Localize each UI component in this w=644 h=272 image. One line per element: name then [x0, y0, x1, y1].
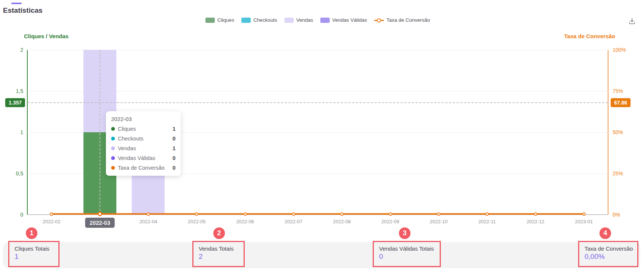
right-axis-tick: 25%: [613, 170, 623, 176]
tooltip-series-label: Cliques: [118, 126, 136, 132]
annotation-box-1 summary-card-cliques-totais: Cliques Totais1: [8, 241, 59, 267]
taxa-marker-2022-11[interactable]: [485, 212, 489, 216]
summary-panel: [3, 242, 640, 268]
card-label: Taxa de Conversão: [585, 245, 637, 252]
x-axis-tick-2022-09: 2022-09: [381, 219, 399, 224]
tooltip-title: 2022-03: [111, 116, 176, 122]
tooltip-series-value: 1: [173, 145, 176, 151]
taxa-marker-2022-03[interactable]: [98, 212, 102, 216]
axis-pointer-left-label: 1.357: [5, 98, 25, 107]
x-axis-tick-2022-04: 2022-04: [139, 219, 157, 224]
annotation-box-4 summary-card-taxa-de-conversa-o: Taxa de Conversão0,00%: [578, 241, 638, 267]
tooltip-series-dot: [111, 137, 115, 140]
taxa-marker-2022-06[interactable]: [244, 212, 247, 216]
x-axis-tick-2022-12: 2022-12: [527, 219, 544, 224]
left-axis-tick: 2: [1, 47, 23, 53]
taxa-marker-2022-08[interactable]: [340, 212, 344, 216]
taxa-de-conversao-line[interactable]: [52, 213, 584, 215]
annotation-box-3 summary-card-vendas-va-lidas-totais: Vendas Válidas Totais0: [373, 241, 441, 267]
tooltip-series-value: 1: [173, 126, 176, 132]
legend-swatch: [320, 18, 330, 23]
legend-item-vendas-va-lidas[interactable]: Vendas Válidas: [320, 17, 367, 23]
left-axis-tick: 0: [1, 212, 23, 218]
legend-swatch: [241, 18, 251, 23]
annotation-box-2 summary-card-vendas-totais: Vendas Totais2: [192, 241, 245, 267]
tooltip-row: Cliques1: [111, 126, 176, 132]
x-axis-tick-2023-01: 2023-01: [575, 219, 593, 224]
tooltip-series-dot: [111, 166, 115, 170]
tooltip-series-label: Checkouts: [118, 136, 144, 142]
chart-legend: CliquesCheckoutsVendasVendas VálidasTaxa…: [27, 17, 608, 23]
x-axis-tick-2022-10: 2022-10: [430, 219, 448, 224]
right-axis-tick: 0%: [613, 212, 620, 218]
x-axis-tick-2022-06: 2022-06: [236, 219, 254, 224]
right-axis-title: Taxa de Conversão: [564, 33, 615, 39]
legend-item-label: Checkouts: [253, 17, 277, 23]
card-value: 0: [379, 253, 440, 261]
legend-item-cliques[interactable]: Cliques: [205, 17, 234, 23]
legend-line-swatch: [374, 18, 384, 23]
chart-tooltip: 2022-03 Cliques1Checkouts0Vendas1Vendas …: [106, 111, 181, 176]
tooltip-row: Checkouts0: [111, 136, 176, 142]
taxa-marker-2022-07[interactable]: [292, 212, 295, 216]
tooltip-row: Vendas Válidas0: [111, 155, 176, 161]
legend-item-label: Vendas: [296, 17, 313, 23]
tooltip-series-label: Vendas: [118, 145, 136, 151]
active-tab-indicator: [11, 3, 22, 4]
legend-item-label: Cliques: [217, 17, 234, 23]
legend-swatch: [284, 18, 294, 23]
card-label: Vendas Válidas Totais: [379, 245, 440, 252]
annotation-badge-1: 1: [26, 227, 37, 239]
taxa-marker-2022-12[interactable]: [534, 212, 537, 216]
tooltip-series-dot: [111, 127, 115, 131]
x-axis-tick-2022-08: 2022-08: [333, 219, 351, 224]
tooltip-series-value: 0: [173, 155, 176, 161]
card-value: 2: [199, 253, 244, 261]
tooltip-row: Taxa de Conversão0: [111, 165, 176, 171]
tooltip-series-value: 0: [173, 165, 176, 171]
right-axis-tick: 50%: [613, 129, 623, 135]
legend-item-label: Vendas Válidas: [332, 17, 367, 23]
annotation-badge-2: 2: [213, 227, 225, 239]
legend-swatch: [205, 18, 215, 23]
right-axis-tick: 75%: [613, 88, 623, 94]
taxa-marker-2023-01[interactable]: [582, 212, 586, 216]
taxa-marker-2022-02[interactable]: [50, 212, 53, 216]
x-axis-tick-2022-03: 2022-03: [91, 219, 109, 224]
left-axis-tick: 1: [1, 129, 23, 135]
x-axis-tick-2022-07: 2022-07: [284, 219, 302, 224]
x-axis-tick-2022-11: 2022-11: [478, 219, 496, 224]
download-icon: [628, 21, 636, 26]
tooltip-series-dot: [111, 156, 115, 160]
taxa-marker-2022-04[interactable]: [147, 212, 150, 216]
card-value: 0,00%: [585, 253, 637, 261]
legend-item-vendas[interactable]: Vendas: [284, 17, 313, 23]
legend-item-checkouts[interactable]: Checkouts: [241, 17, 277, 23]
annotation-badge-4: 4: [599, 227, 611, 239]
axis-pointer-right-label: 67.86: [611, 98, 631, 107]
crosshair-horizontal: [27, 102, 608, 103]
legend-item-label: Taxa de Conversão: [387, 17, 430, 23]
annotation-badge-3: 3: [399, 227, 410, 239]
taxa-marker-2022-09[interactable]: [389, 212, 392, 216]
left-axis-tick: 1,5: [1, 88, 23, 94]
legend-item-taxa-de-conversa-o[interactable]: Taxa de Conversão: [374, 17, 430, 23]
download-chart-button[interactable]: [626, 16, 638, 27]
statistics-page: Estatísticas CliquesCheckoutsVendasVenda…: [0, 0, 644, 272]
crosshair-vertical: [100, 50, 100, 215]
tooltip-series-dot: [111, 146, 115, 150]
tooltip-series-label: Vendas Válidas: [118, 155, 155, 161]
x-axis-tick-2022-02: 2022-02: [43, 219, 61, 224]
card-value: 1: [15, 253, 58, 261]
tooltip-series-value: 0: [173, 136, 176, 142]
x-axis-tick-2022-05: 2022-05: [188, 219, 206, 224]
right-axis-tick: 100%: [613, 47, 626, 53]
taxa-marker-2022-10[interactable]: [437, 212, 440, 216]
card-label: Vendas Totais: [199, 245, 244, 252]
tooltip-series-label: Taxa de Conversão: [118, 165, 165, 171]
taxa-marker-2022-05[interactable]: [195, 212, 198, 216]
left-axis-tick: 0,5: [1, 170, 23, 176]
tooltip-row: Vendas1: [111, 145, 176, 151]
left-axis-title: Cliques / Vendas: [24, 33, 68, 39]
page-title: Estatísticas: [3, 6, 43, 15]
